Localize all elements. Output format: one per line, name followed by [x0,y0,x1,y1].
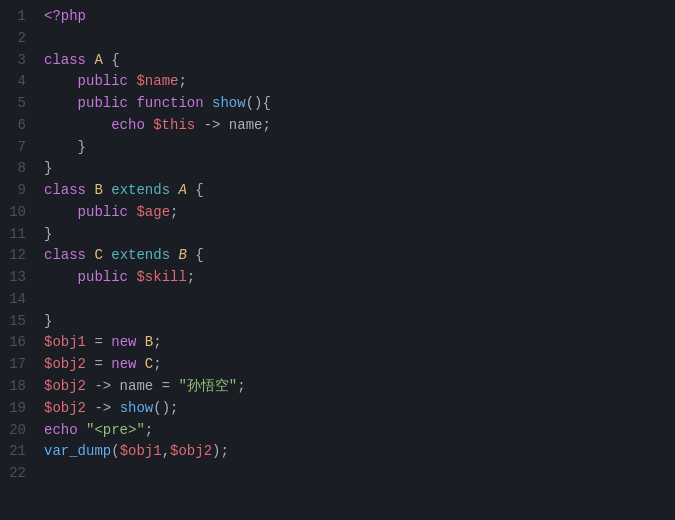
code-token: { [111,52,119,68]
code-token: } [44,313,52,329]
code-editor: 12345678910111213141516171819202122 <?ph… [0,0,675,520]
code-token: , [162,443,170,459]
code-token: = [86,356,111,372]
line-number: 2 [8,28,26,50]
code-token: public [44,95,136,111]
code-token: extends [111,247,178,263]
line-number: 4 [8,71,26,93]
code-line: class A { [44,50,675,72]
code-token: ; [237,378,245,394]
code-line: class C extends B { [44,245,675,267]
line-number: 7 [8,137,26,159]
line-number: 6 [8,115,26,137]
code-token: $name [136,73,178,89]
code-token: = [86,334,111,350]
line-number: 17 [8,354,26,376]
code-token: ; [187,269,195,285]
line-number: 18 [8,376,26,398]
code-token: show [120,400,154,416]
code-token: ; [153,356,161,372]
code-token: ; [170,204,178,220]
code-token: (){ [246,95,271,111]
code-line: $obj2 = new C; [44,354,675,376]
line-number: 10 [8,202,26,224]
code-token: $obj1 [44,334,86,350]
code-line: echo $this -> name; [44,115,675,137]
code-token: $obj2 [44,356,86,372]
code-token: { [195,247,203,263]
code-token: var_dump [44,443,111,459]
line-number: 3 [8,50,26,72]
code-token: class [44,52,94,68]
code-token: B [145,334,153,350]
code-line: public function show(){ [44,93,675,115]
line-number: 22 [8,463,26,485]
code-token: "孙悟空" [178,378,237,394]
code-line: public $age; [44,202,675,224]
code-token: public [44,73,136,89]
line-number: 20 [8,420,26,442]
line-number: 11 [8,224,26,246]
code-token: public [44,204,136,220]
line-number: 19 [8,398,26,420]
code-token: C [145,356,153,372]
code-line: public $skill; [44,267,675,289]
code-token: -> name; [195,117,271,133]
line-number: 1 [8,6,26,28]
code-token: $obj2 [44,400,86,416]
code-token: ( [111,443,119,459]
line-numbers: 12345678910111213141516171819202122 [0,6,38,514]
line-number: 5 [8,93,26,115]
code-token: { [195,182,203,198]
code-line: public $name; [44,71,675,93]
code-line: } [44,158,675,180]
code-token: ); [212,443,229,459]
code-line: var_dump($obj1,$obj2); [44,441,675,463]
code-token: B [178,247,195,263]
code-token: <?php [44,8,86,24]
line-number: 14 [8,289,26,311]
code-token: -> [86,400,120,416]
code-line: class B extends A { [44,180,675,202]
code-token: A [178,182,195,198]
code-token: function [136,95,212,111]
code-line: } [44,311,675,333]
code-token: class [44,247,94,263]
code-token: ; [178,73,186,89]
code-token: B [94,182,111,198]
code-token: C [94,247,111,263]
code-line: $obj2 -> show(); [44,398,675,420]
line-number: 16 [8,332,26,354]
code-token: } [44,139,86,155]
code-token: echo [44,117,153,133]
code-token: $age [136,204,170,220]
code-token: new [111,356,145,372]
code-token: $skill [136,269,186,285]
code-token: ; [153,334,161,350]
code-token: A [94,52,111,68]
code-token: new [111,334,145,350]
code-line: <?php [44,6,675,28]
code-line: $obj2 -> name = "孙悟空"; [44,376,675,398]
code-token: $obj2 [170,443,212,459]
code-token: "<pre>" [86,422,145,438]
code-line [44,463,675,485]
code-token: show [212,95,246,111]
line-number: 13 [8,267,26,289]
code-line: $obj1 = new B; [44,332,675,354]
code-line [44,289,675,311]
code-token: public [44,269,136,285]
line-number: 15 [8,311,26,333]
code-line: echo "<pre>"; [44,420,675,442]
code-token: $this [153,117,195,133]
line-number: 21 [8,441,26,463]
code-token: ; [145,422,153,438]
line-number: 12 [8,245,26,267]
code-line: } [44,224,675,246]
code-token: $obj2 [44,378,86,394]
code-token: (); [153,400,178,416]
code-token: $obj1 [120,443,162,459]
code-line [44,28,675,50]
code-token: extends [111,182,178,198]
code-token: -> name = [86,378,178,394]
